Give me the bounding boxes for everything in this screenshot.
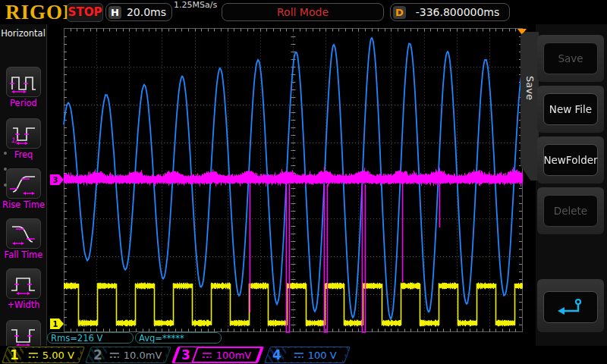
run-state-badge: STOP [67,3,103,22]
menu-item-pos-width[interactable]: +Width [0,268,47,310]
save-button[interactable]: Save [543,42,598,74]
menu-well: New File [537,86,604,133]
dc-coupling-icon [109,352,120,359]
timebase-value: 20.0ms [121,6,171,18]
channel-4-scale: 100 V [308,350,337,361]
menu-item-freq[interactable]: 1/ Freq [0,118,47,160]
menu-page-indicator [4,152,7,187]
neg-width-icon [10,324,37,347]
channel-1-scale: 5.00 V [42,350,74,361]
channel-4-cell[interactable]: 4 100 V [264,347,351,363]
menu-well: Save [537,35,604,82]
freq-icon: 1/ [10,122,37,145]
oscilloscope-screen: RIGOL STOP H 20.0ms 1.25MSa/s Roll Mode … [0,0,607,364]
acquisition-mode-box: Roll Mode [222,3,384,21]
channel-2-number: 2 [91,347,105,362]
h-badge: H [109,6,121,19]
channel-1-number: 1 [8,347,21,362]
save-tab-label: Save [524,76,536,100]
dc-coupling-icon [294,352,304,359]
horizontal-measure-menu: Horizontal Period 1/ [0,24,47,346]
sample-rate: 1.25MSa/s [174,0,217,10]
return-arrow-icon [555,297,587,317]
menu-well: NewFolder [537,136,604,184]
menu-item-label: Rise Time [0,199,47,210]
rise-time-icon [10,172,37,195]
channel-status-bar: 1 5.00 V 2 10.0mV 3 [0,346,607,364]
save-menu-tab[interactable]: Save [521,32,539,180]
dc-coupling-icon [28,352,39,359]
menu-well: Delete [537,187,604,234]
menu-item-label: Freq [0,149,47,160]
d-badge: D [393,6,406,19]
menu-item-fall-time[interactable]: Fall Time [0,218,47,260]
channel-2-scale: 10.0mV [124,350,162,361]
back-button[interactable] [543,291,598,323]
menu-item-label: +Width [0,300,47,310]
channel-3-scale: 100mV [216,350,251,361]
channel-2-cell[interactable]: 2 10.0mV [85,347,171,363]
waveform-display [47,24,536,347]
menu-item-rise-time[interactable]: Rise Time [0,168,47,210]
measurement-avg: Avg=***** [135,332,222,344]
left-menu-title: Horizontal [0,28,46,39]
menu-item-period[interactable]: Period [0,67,47,108]
new-file-button[interactable]: New File [543,93,598,125]
acquisition-mode-label: Roll Mode [277,6,329,18]
top-status-bar: RIGOL STOP H 20.0ms 1.25MSa/s Roll Mode … [0,0,607,24]
dc-coupling-icon [202,352,212,359]
channel-4-number: 4 [270,347,284,362]
period-icon [10,71,37,93]
delete-button[interactable]: Delete [543,195,598,227]
horizontal-timebase-box: H 20.0ms [105,3,172,21]
channel-1-cell[interactable]: 1 5.00 V [2,347,85,363]
menu-well [537,279,604,332]
trigger-delay-value: -336.800000ms [406,6,509,18]
measurement-rms: Rms=216 V [47,332,134,344]
channel-3-cell[interactable]: 3 100mV [171,347,264,363]
fall-time-icon [10,222,37,245]
menu-item-label: Period [0,98,47,108]
pos-width-icon [10,272,37,295]
new-folder-button[interactable]: NewFolder [543,144,598,176]
trigger-delay-box: D -336.800000ms [390,3,510,21]
menu-item-label: Fall Time [0,249,47,260]
channel-3-number: 3 [179,347,193,362]
